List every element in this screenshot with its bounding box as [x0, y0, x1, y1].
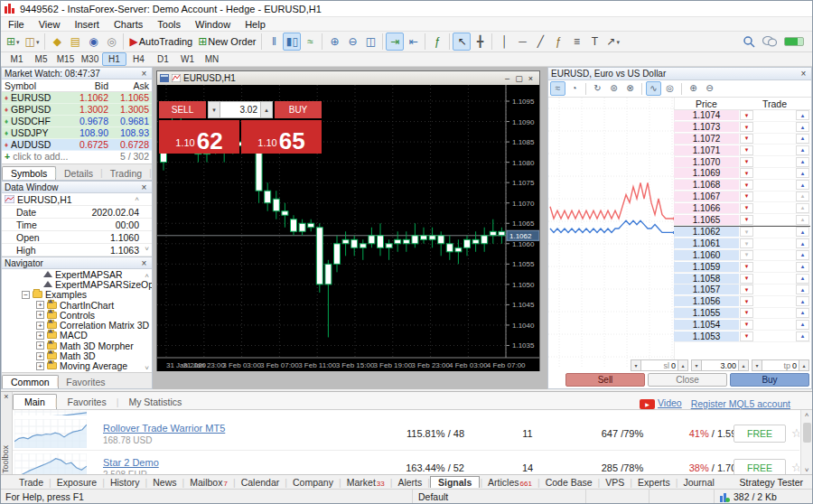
ladder-row-1.1072[interactable]: 1.1072▾▴ — [674, 134, 810, 145]
sell-at-1.1070-icon[interactable]: ▾ — [740, 157, 753, 167]
expand-icon[interactable]: + — [36, 352, 44, 360]
tab-details[interactable]: Details — [55, 166, 102, 180]
group-mode-button[interactable]: ◎ — [662, 81, 678, 96]
timeframe-m1[interactable]: M1 — [5, 52, 29, 66]
navigator-item-chartinchart[interactable]: +ChartInChart — [2, 300, 152, 310]
spread-up-icon[interactable]: ▴ — [260, 101, 273, 118]
toolbox-tab-trade[interactable]: Trade — [14, 477, 49, 488]
sell-at-1.1059-icon[interactable]: ▾ — [740, 262, 753, 272]
timeframe-d1[interactable]: D1 — [151, 52, 175, 66]
sell-at-1.1069-icon[interactable]: ▾ — [740, 168, 753, 178]
close-icon[interactable]: × — [525, 74, 537, 83]
scroll-up-icon[interactable]: ˄ — [135, 195, 152, 203]
navigator-item-macd[interactable]: +MACD — [2, 331, 152, 341]
close-orders-button[interactable]: ⊗ — [622, 81, 638, 96]
toolbox-tab-calendar[interactable]: Calendar — [236, 477, 285, 488]
video-link[interactable]: ▶Video — [640, 397, 682, 409]
sell-at-1.1065-icon[interactable]: ▾ — [740, 215, 753, 225]
auto-scroll-button[interactable]: ⇥ — [386, 33, 404, 51]
tp-up-icon[interactable]: ▴ — [799, 359, 809, 371]
free-badge-button[interactable]: FREE — [734, 425, 786, 443]
toolbox-tab-articles[interactable]: Articles661 — [482, 477, 537, 488]
symbol-row-usdjpy[interactable]: ♦USDJPY108.90108.93 — [2, 127, 152, 139]
ladder-row-1.1059[interactable]: 1.1059▾▴ — [674, 261, 810, 273]
toolbox-tab-company[interactable]: Company — [287, 477, 339, 488]
toolbox-tab-signals[interactable]: Signals — [430, 476, 480, 488]
buy-at-1.1061-icon[interactable]: ▴ — [796, 238, 809, 248]
chat-icon[interactable] — [762, 36, 777, 47]
navigator-item-moving-average[interactable]: +Moving Average — [2, 361, 152, 371]
ipc-button[interactable]: ◎ — [102, 33, 120, 51]
ladder-row-1.1067[interactable]: 1.1067▾▴ — [674, 191, 810, 203]
symbol-row-eurusd[interactable]: ♦EURUSD1.10621.1065 — [2, 92, 152, 104]
sell-at-1.1058-icon[interactable]: ▾ — [740, 274, 753, 284]
signal-name-link[interactable]: Rollover Trade Warrior MT5 — [103, 423, 225, 434]
navigator-item-expertmapsar[interactable]: ExpertMAPSAR — [2, 269, 152, 279]
spread-value[interactable]: 3.02 — [220, 101, 260, 118]
candle-chart-button[interactable]: ▮▯ — [283, 33, 301, 51]
tab-main[interactable]: Main — [13, 394, 57, 409]
toolbox-tab-market[interactable]: Market33 — [341, 477, 390, 488]
lot-down-icon[interactable]: ▾ — [691, 359, 702, 371]
timeframe-m15[interactable]: M15 — [53, 52, 78, 66]
zoom-in-button[interactable]: ⊕ — [325, 33, 343, 51]
ladder-row-1.1056[interactable]: 1.1056▾▴ — [674, 296, 810, 308]
autotrading-button[interactable]: ▶AutoTrading — [126, 33, 195, 51]
text-button[interactable]: T — [585, 33, 603, 51]
buy-at-1.1067-icon[interactable]: ▴ — [796, 191, 809, 201]
indicators-button[interactable]: ƒ — [428, 33, 446, 51]
buy-at-1.1065-icon[interactable]: ▴ — [796, 215, 809, 225]
status-profile[interactable]: Default — [412, 490, 585, 504]
title-bar[interactable]: 9449562 - InstaForex-Server: Demo Accoun… — [1, 1, 812, 17]
menu-insert[interactable]: Insert — [67, 19, 107, 30]
line-chart-button[interactable]: ≈ — [301, 33, 319, 51]
crosshair-button[interactable]: ╋ — [471, 33, 489, 51]
expand-icon[interactable]: + — [36, 341, 44, 350]
menu-window[interactable]: Window — [188, 19, 238, 30]
time-sales-button[interactable]: ◔ — [566, 81, 582, 96]
sell-at-1.1073-icon[interactable]: ▾ — [740, 122, 753, 132]
symbol-row-audusd[interactable]: ♦AUDUSD0.67250.6728 — [2, 139, 152, 151]
tab-trading[interactable]: Trading — [101, 166, 151, 180]
depth-zoom-in-button[interactable]: ⊕ — [686, 81, 701, 96]
symbol-row-gbpusd[interactable]: ♦GBPUSD1.30021.3005 — [2, 104, 152, 116]
tab-favorites[interactable]: Favorites — [57, 375, 114, 388]
buy-at-1.1069-icon[interactable]: ▴ — [796, 168, 809, 178]
symbol-row-usdchf[interactable]: ♦USDCHF0.96780.9681 — [2, 116, 152, 127]
buy-at-1.1074-icon[interactable]: ▴ — [796, 110, 809, 120]
market-watch-button[interactable]: ◆ — [48, 33, 66, 51]
column-ask[interactable]: Ask — [111, 80, 152, 91]
scroll-down-icon[interactable]: ˅ — [801, 466, 812, 474]
free-badge-button[interactable]: FREE — [734, 459, 786, 474]
vertical-line-button[interactable]: │ — [495, 33, 513, 51]
favorite-star-icon[interactable]: ☆ — [791, 461, 799, 474]
channel-button[interactable]: ≡ — [567, 33, 585, 51]
timeframe-w1[interactable]: W1 — [175, 52, 200, 66]
new-order-button[interactable]: ⊞New Order — [195, 33, 258, 51]
sl-value[interactable]: 0 — [671, 361, 676, 370]
close-icon[interactable]: × — [139, 69, 149, 79]
sell-at-1.1074-icon[interactable]: ▾ — [740, 110, 753, 120]
timeframe-m5[interactable]: M5 — [29, 52, 53, 66]
toolbox-tab-news[interactable]: News — [147, 477, 182, 488]
buy-at-1.1054-icon[interactable]: ▴ — [796, 320, 809, 330]
tp-down-icon[interactable]: ▾ — [752, 359, 762, 371]
fibonacci-button[interactable]: ƒ — [549, 33, 567, 51]
buy-button[interactable]: BUY — [275, 101, 322, 118]
ladder-row-1.1070[interactable]: 1.1070▾▴ — [674, 156, 810, 168]
strategy-tester-tab[interactable]: Strategy Tester — [740, 477, 812, 488]
ladder-row-1.1069[interactable]: 1.1069▾▴ — [674, 168, 810, 180]
toolbox-tab-code-base[interactable]: Code Base — [540, 477, 598, 488]
sell-at-1.1066-icon[interactable]: ▾ — [740, 203, 753, 213]
timeframe-m30[interactable]: M30 — [78, 52, 102, 66]
ladder-row-1.1054[interactable]: 1.1054▾▴ — [674, 319, 810, 331]
expand-icon[interactable]: + — [36, 362, 44, 370]
dom-close-button[interactable]: Close — [648, 373, 727, 387]
buy-at-1.1070-icon[interactable]: ▴ — [796, 157, 809, 167]
scrollbar-thumb[interactable] — [803, 423, 811, 443]
dom-sell-button[interactable]: Sell — [565, 373, 645, 387]
buy-at-1.1073-icon[interactable]: ▴ — [796, 122, 809, 132]
ladder-row-1.1062[interactable]: 1.1062▾▴ — [674, 227, 810, 238]
lot-value[interactable]: 3.00 — [720, 361, 736, 370]
menu-tools[interactable]: Tools — [150, 19, 188, 30]
